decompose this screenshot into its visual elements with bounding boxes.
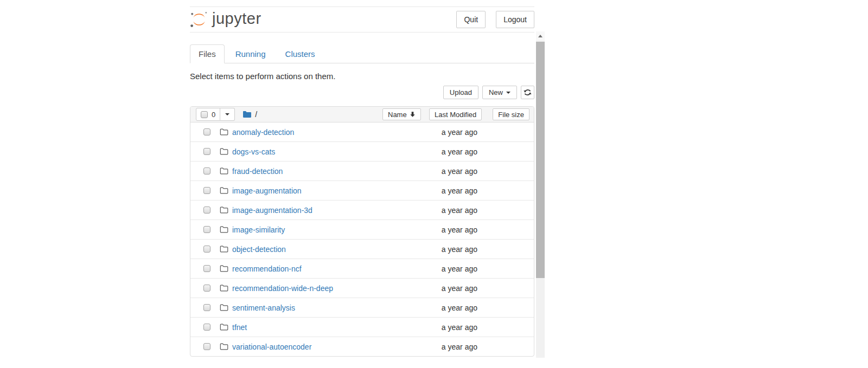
file-name-link[interactable]: object-detection [232, 245, 286, 254]
file-toolbar: Upload New [190, 86, 534, 99]
row-checkbox[interactable] [203, 343, 210, 350]
table-row: object-detection a year ago [190, 240, 534, 259]
file-name-link[interactable]: dogs-vs-cats [232, 147, 275, 156]
site-header: jupyter Quit Logout [190, 7, 534, 33]
file-name-link[interactable]: recommendation-ncf [232, 264, 302, 273]
folder-outline-icon [220, 128, 228, 135]
file-modified: a year ago [442, 225, 477, 234]
arrow-down-icon [410, 111, 416, 118]
sort-last-modified-button[interactable]: Last Modified [429, 108, 482, 120]
file-name-link[interactable]: fraud-detection [232, 167, 283, 176]
file-modified: a year ago [442, 147, 477, 156]
row-checkbox[interactable] [203, 285, 210, 292]
triangle-up-icon [538, 35, 542, 37]
folder-outline-icon [220, 187, 228, 194]
sort-name-label: Name [388, 111, 407, 119]
select-all-segment: 0 [196, 108, 220, 121]
file-modified: a year ago [442, 206, 477, 215]
logout-button[interactable]: Logout [496, 11, 534, 28]
sort-name-button[interactable]: Name [382, 108, 421, 120]
table-row: anomaly-detection a year ago [190, 122, 534, 142]
table-row: tfnet a year ago [190, 318, 534, 337]
file-name-link[interactable]: tfnet [232, 323, 247, 332]
upload-button[interactable]: Upload [443, 86, 478, 99]
refresh-icon [524, 88, 532, 96]
table-row: recommendation-wide-n-deep a year ago [190, 279, 534, 298]
table-row: image-similarity a year ago [190, 220, 534, 240]
folder-outline-icon [220, 304, 228, 311]
list-header-row: 0 / Name [190, 107, 534, 122]
folder-solid-icon[interactable] [242, 111, 252, 118]
file-modified: a year ago [442, 284, 477, 293]
file-name-link[interactable]: anomaly-detection [232, 128, 294, 137]
scrollbar-thumb[interactable] [536, 42, 545, 278]
file-modified: a year ago [442, 245, 477, 254]
table-row: image-augmentation-3d a year ago [190, 201, 534, 220]
jupyter-logo-icon [190, 10, 208, 29]
row-checkbox[interactable] [203, 226, 210, 233]
table-row: recommendation-ncf a year ago [190, 259, 534, 279]
file-modified: a year ago [442, 343, 477, 351]
select-dropdown-button[interactable] [220, 108, 235, 121]
file-name-link[interactable]: recommendation-wide-n-deep [232, 284, 333, 293]
refresh-button[interactable] [521, 86, 534, 99]
folder-outline-icon [220, 167, 228, 175]
notebook-list: 0 / Name [190, 106, 534, 357]
header-buttons: Quit Logout [456, 11, 534, 28]
file-modified: a year ago [442, 186, 477, 195]
file-modified: a year ago [442, 264, 477, 273]
sort-file-size-button[interactable]: File size [493, 108, 529, 120]
vertical-scrollbar[interactable] [536, 31, 545, 358]
jupyter-app: jupyter Quit Logout Files Running Cluste… [190, 7, 534, 357]
select-all-checkbox[interactable] [201, 111, 208, 118]
row-checkbox[interactable] [203, 187, 210, 194]
file-name-link[interactable]: variational-autoencoder [232, 343, 311, 351]
table-row: image-augmentation a year ago [190, 181, 534, 201]
row-checkbox[interactable] [203, 148, 210, 155]
folder-outline-icon [220, 206, 228, 214]
folder-outline-icon [220, 343, 228, 350]
table-row: sentiment-analysis a year ago [190, 298, 534, 318]
tab-files[interactable]: Files [190, 44, 225, 63]
selected-count: 0 [212, 111, 215, 119]
row-checkbox[interactable] [203, 265, 210, 272]
new-dropdown-button[interactable]: New [482, 86, 517, 99]
row-checkbox[interactable] [203, 304, 210, 311]
breadcrumb: / [242, 110, 257, 119]
file-modified: a year ago [442, 128, 477, 137]
select-all-group: 0 [196, 108, 235, 121]
file-modified: a year ago [442, 304, 477, 312]
file-name-link[interactable]: image-augmentation-3d [232, 206, 312, 215]
table-row: fraud-detection a year ago [190, 162, 534, 181]
file-name-link[interactable]: image-augmentation [232, 186, 302, 195]
breadcrumb-path: / [255, 110, 257, 119]
row-checkbox[interactable] [203, 246, 210, 253]
table-row: dogs-vs-cats a year ago [190, 142, 534, 162]
chevron-down-icon [225, 113, 229, 115]
table-row: variational-autoencoder a year ago [190, 337, 534, 356]
page: jupyter Quit Logout Files Running Cluste… [0, 0, 868, 368]
folder-outline-icon [220, 265, 228, 272]
folder-outline-icon [220, 226, 228, 233]
row-checkbox[interactable] [203, 167, 210, 175]
tab-clusters[interactable]: Clusters [277, 44, 324, 63]
file-modified: a year ago [442, 323, 477, 332]
tab-running[interactable]: Running [227, 44, 275, 63]
row-checkbox[interactable] [203, 128, 210, 135]
folder-outline-icon [220, 246, 228, 253]
row-checkbox[interactable] [203, 324, 210, 331]
file-list: anomaly-detection a year ago dogs-vs-cat… [190, 122, 534, 356]
jupyter-logo[interactable]: jupyter [190, 10, 261, 29]
scrollbar-up-button[interactable] [536, 31, 545, 41]
quit-button[interactable]: Quit [456, 11, 486, 28]
file-modified: a year ago [442, 167, 477, 176]
file-name-link[interactable]: image-similarity [232, 225, 285, 234]
folder-outline-icon [220, 285, 228, 292]
new-dropdown-label: New [489, 88, 503, 96]
logo-wordmark: jupyter [212, 11, 261, 29]
file-name-link[interactable]: sentiment-analysis [232, 304, 295, 312]
tab-bar: Files Running Clusters [190, 44, 534, 63]
select-items-message: Select items to perform actions on them. [190, 72, 534, 81]
chevron-down-icon [506, 92, 510, 94]
row-checkbox[interactable] [203, 206, 210, 214]
